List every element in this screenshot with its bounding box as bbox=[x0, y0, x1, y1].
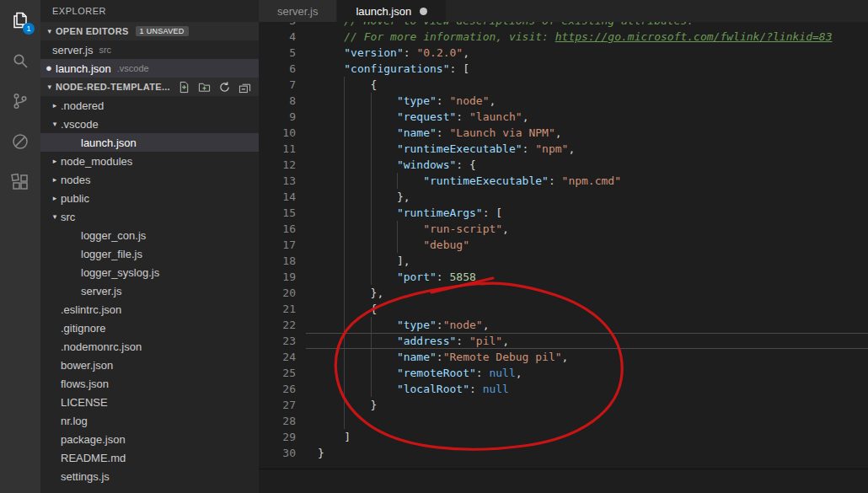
code-line[interactable]: 16"run-script", bbox=[259, 221, 868, 237]
tree-item-.gitignore[interactable]: .gitignore bbox=[40, 319, 259, 337]
line-number: 4 bbox=[259, 29, 296, 45]
code-line[interactable]: 21{ bbox=[259, 301, 868, 317]
tree-item-LICENSE[interactable]: LICENSE bbox=[40, 393, 259, 411]
token-punct: { bbox=[371, 78, 378, 91]
code-line[interactable]: 4// For more information, visit: https:/… bbox=[259, 29, 868, 45]
file-name: flows.json bbox=[61, 378, 109, 390]
code-line[interactable]: 13"runtimeExecutable": "npm.cmd" bbox=[259, 173, 868, 189]
tree-item-logger_syslog.js[interactable]: logger_syslog.js bbox=[40, 263, 259, 281]
chevron-collapsed-icon: ▸ bbox=[49, 101, 61, 110]
tab-label: server.js bbox=[277, 5, 318, 18]
tree-item-.vscode[interactable]: ▾.vscode bbox=[40, 115, 259, 133]
new-folder-icon[interactable] bbox=[196, 79, 212, 94]
token-str: "pil" bbox=[469, 335, 502, 347]
indent-guide bbox=[344, 93, 370, 109]
code-line[interactable]: 23"address": "pil", bbox=[259, 333, 868, 349]
source-control-icon[interactable] bbox=[0, 81, 40, 121]
chevron-down-icon: ▾ bbox=[44, 27, 56, 35]
code-line[interactable]: 30} bbox=[259, 445, 868, 461]
tree-item-logger_con.js[interactable]: logger_con.js bbox=[40, 226, 259, 244]
line-content: "runtimeExecutable": "npm.cmd" bbox=[318, 173, 621, 189]
open-editor-item[interactable]: server.jssrc bbox=[40, 40, 259, 59]
tab-launch.json[interactable]: launch.json bbox=[337, 0, 447, 22]
code-line[interactable]: 8"type": "node", bbox=[259, 93, 868, 109]
folder-section-header[interactable]: ▾ NODE-RED-TEMPLATE... bbox=[40, 78, 259, 96]
code-line[interactable]: 7{ bbox=[259, 77, 868, 93]
code-line[interactable]: 12"windows": { bbox=[259, 157, 868, 173]
code-area[interactable]: 3// Hover to view descriptions of existi… bbox=[259, 22, 868, 493]
file-name: server.js bbox=[81, 285, 121, 297]
code-line[interactable]: 18], bbox=[259, 253, 868, 269]
file-tree: ▸.nodered▾.vscodelaunch.json▸node_module… bbox=[40, 96, 259, 485]
tree-item-README.md[interactable]: README.md bbox=[40, 448, 259, 467]
tree-item-flows.json[interactable]: flows.json bbox=[40, 374, 259, 393]
indent-guide bbox=[344, 157, 370, 173]
code-line[interactable]: 29] bbox=[259, 429, 868, 445]
tree-item-server.js[interactable]: server.js bbox=[40, 281, 259, 300]
tree-item-src[interactable]: ▾src bbox=[40, 207, 259, 226]
line-content: { bbox=[318, 77, 377, 93]
code-line[interactable]: 15"runtimeArgs": [ bbox=[259, 205, 868, 221]
token-str: "run-script" bbox=[423, 222, 502, 235]
open-editors-header[interactable]: ▾ OPEN EDITORS 1 UNSAVED bbox=[40, 22, 259, 40]
blocks-icon bbox=[10, 172, 30, 192]
code-line[interactable]: 20}, bbox=[259, 285, 868, 301]
indent-guide bbox=[371, 253, 397, 269]
extensions-icon[interactable] bbox=[0, 162, 40, 202]
comment-link[interactable]: https://go.microsoft.com/fwlink/?linkid=… bbox=[555, 30, 833, 43]
code-line[interactable]: 25"remoteRoot": null, bbox=[259, 365, 868, 381]
token-punct: ], bbox=[397, 255, 410, 267]
tab-server.js[interactable]: server.js bbox=[259, 0, 337, 22]
code-line[interactable]: 28 bbox=[259, 413, 868, 429]
sidebar-title: EXPLORER bbox=[40, 0, 259, 22]
indent-guide bbox=[318, 22, 344, 29]
token-punct: : bbox=[476, 367, 490, 379]
indent-guide bbox=[344, 125, 370, 141]
code-line[interactable]: 14}, bbox=[259, 189, 868, 205]
code-line[interactable]: 10"name": "Launch via NPM", bbox=[259, 125, 868, 141]
new-file-icon[interactable] bbox=[176, 79, 191, 94]
search-icon[interactable] bbox=[0, 40, 40, 81]
code-line[interactable]: 9"request": "launch", bbox=[259, 109, 868, 125]
debug-icon[interactable] bbox=[0, 121, 40, 162]
folder-name: .nodered bbox=[61, 99, 104, 112]
folder-name: .vscode bbox=[61, 118, 99, 131]
code-line[interactable]: 17"debug" bbox=[259, 237, 868, 253]
tree-item-settings.js[interactable]: settings.js bbox=[40, 467, 259, 485]
code-line[interactable]: 11"runtimeExecutable": "npm", bbox=[259, 141, 868, 157]
code-line[interactable]: 5"version": "0.2.0", bbox=[259, 45, 868, 61]
tree-item-nodes[interactable]: ▸nodes bbox=[40, 170, 259, 189]
tree-item-.nodemonrc.json[interactable]: .nodemonrc.json bbox=[40, 337, 259, 356]
tree-item-bower.json[interactable]: bower.json bbox=[40, 356, 259, 374]
open-editor-item[interactable]: ●launch.json.vscode bbox=[40, 59, 259, 78]
code-line[interactable]: 27} bbox=[259, 397, 868, 413]
chevron-expanded-icon: ▾ bbox=[49, 120, 61, 128]
tree-item-public[interactable]: ▸public bbox=[40, 189, 259, 207]
tree-item-nr.log[interactable]: nr.log bbox=[40, 411, 259, 430]
code-line[interactable]: 19"port": 5858 bbox=[259, 269, 868, 285]
explorer-icon[interactable]: 1 bbox=[0, 0, 40, 40]
tree-item-package.json[interactable]: package.json bbox=[40, 430, 259, 448]
tab-dirty-dot[interactable] bbox=[420, 8, 427, 15]
code-line[interactable]: 22"type":"node", bbox=[259, 317, 868, 333]
line-content: ] bbox=[318, 429, 351, 445]
sidebar-explorer: EXPLORER ▾ OPEN EDITORS 1 UNSAVED server… bbox=[40, 0, 259, 493]
token-punct: ] bbox=[344, 431, 351, 443]
tree-item-.nodered[interactable]: ▸.nodered bbox=[40, 96, 259, 115]
tree-item-.eslintrc.json[interactable]: .eslintrc.json bbox=[40, 300, 259, 319]
token-punct: , bbox=[483, 319, 490, 331]
indent-guide bbox=[344, 365, 370, 381]
code-line[interactable]: 24"name":"Remote Debug pil", bbox=[259, 349, 868, 365]
code-line[interactable]: 26"localRoot": null bbox=[259, 381, 868, 397]
refresh-icon[interactable] bbox=[217, 79, 232, 94]
code-line[interactable]: 6"configurations": [ bbox=[259, 61, 868, 77]
token-punct: }, bbox=[397, 190, 410, 203]
tree-item-logger_file.js[interactable]: logger_file.js bbox=[40, 244, 259, 263]
indent-guide bbox=[318, 253, 344, 269]
indent-guide bbox=[344, 253, 370, 269]
code-line[interactable]: 3// Hover to view descriptions of existi… bbox=[259, 22, 868, 29]
collapse-all-icon[interactable] bbox=[237, 79, 252, 94]
tree-item-launch.json[interactable]: launch.json bbox=[40, 133, 259, 152]
tree-item-node_modules[interactable]: ▸node_modules bbox=[40, 152, 259, 170]
token-punct: { bbox=[371, 303, 378, 315]
